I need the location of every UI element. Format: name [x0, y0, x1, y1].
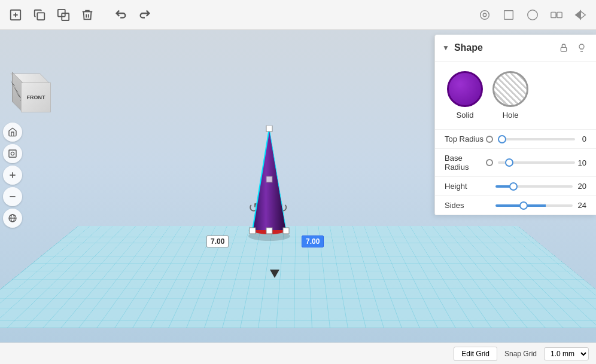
- solid-circle: [447, 71, 483, 107]
- svg-rect-35: [561, 47, 566, 51]
- svg-rect-34: [266, 176, 272, 182]
- light-button[interactable]: [474, 4, 495, 26]
- toolbar-right: [474, 4, 591, 26]
- bottom-bar: Edit Grid Snap Grid 1.0 mm 0.5 mm 2.0 mm: [0, 342, 596, 364]
- top-radius-slider[interactable]: [498, 138, 575, 140]
- view-button[interactable]: [3, 209, 22, 228]
- height-label: Height: [445, 182, 495, 191]
- dimension-label-y[interactable]: 7.00: [302, 235, 324, 247]
- 2d-shape-button[interactable]: [498, 4, 519, 26]
- nav-cube[interactable]: LEFT FRONT: [12, 71, 60, 118]
- zoom-out-button[interactable]: [3, 187, 22, 206]
- svg-rect-3: [37, 13, 44, 20]
- svg-rect-31: [250, 228, 256, 234]
- svg-point-18: [11, 152, 14, 155]
- shape-types: Solid Hole: [435, 62, 596, 130]
- height-slider[interactable]: [495, 185, 573, 188]
- home-button[interactable]: [3, 123, 22, 142]
- top-radius-slider-container: [486, 136, 575, 143]
- panel-icons: [557, 41, 589, 55]
- svg-point-7: [483, 13, 486, 17]
- cone-object[interactable]: [233, 126, 305, 247]
- base-radius-slider[interactable]: [498, 161, 575, 164]
- base-radius-row: Base Radius 10: [435, 149, 596, 177]
- snap-grid-select[interactable]: 1.0 mm 0.5 mm 2.0 mm: [544, 347, 589, 360]
- fit-button[interactable]: [3, 144, 22, 163]
- edit-grid-button[interactable]: Edit Grid: [454, 347, 497, 361]
- undo-button[interactable]: [110, 4, 132, 26]
- top-radius-row: Top Radius 0: [435, 130, 596, 149]
- svg-rect-33: [283, 228, 289, 234]
- panel-collapse-button[interactable]: ▼: [442, 44, 449, 52]
- group-button[interactable]: [546, 4, 567, 26]
- panel-bulb-button[interactable]: [574, 41, 589, 55]
- top-radius-label: Top Radius: [445, 134, 486, 143]
- duplicate-button[interactable]: [53, 4, 74, 26]
- properties-list: Top Radius 0 Base Radius 10 Height 20: [435, 130, 596, 215]
- svg-point-6: [481, 10, 489, 19]
- svg-rect-8: [504, 10, 513, 19]
- snap-grid-label: Snap Grid: [504, 350, 537, 358]
- base-radius-slider-container: [486, 159, 575, 166]
- zoom-in-button[interactable]: [3, 166, 22, 185]
- sides-label: Sides: [445, 201, 495, 210]
- sides-row: Sides 24: [435, 196, 596, 215]
- sides-slider[interactable]: [495, 204, 573, 207]
- svg-marker-16: [580, 11, 585, 19]
- base-radius-dot: [486, 159, 493, 166]
- solid-type-button[interactable]: Solid: [447, 71, 483, 120]
- toolbar: [0, 0, 596, 30]
- dimension-label-x[interactable]: 7.00: [206, 235, 229, 247]
- svg-point-10: [528, 10, 538, 20]
- top-radius-dot: [486, 136, 493, 143]
- panel-header: ▼ Shape: [435, 35, 596, 62]
- svg-rect-32: [266, 228, 272, 234]
- panel-lock-button[interactable]: [557, 41, 571, 55]
- height-row: Height 20: [435, 177, 596, 196]
- copy-button[interactable]: [29, 4, 50, 26]
- top-radius-value: 0: [575, 134, 586, 143]
- redo-button[interactable]: [134, 4, 156, 26]
- svg-rect-12: [557, 12, 562, 17]
- cube-front-face: FRONT: [21, 82, 51, 112]
- circle-button[interactable]: [522, 4, 543, 26]
- svg-rect-30: [266, 126, 272, 131]
- delete-button[interactable]: [77, 4, 98, 26]
- side-tools: [3, 123, 22, 228]
- hole-label: Hole: [503, 111, 519, 120]
- cube-front-label: FRONT: [27, 94, 45, 100]
- toolbar-left: [5, 4, 156, 26]
- svg-rect-17: [9, 150, 16, 157]
- solid-label: Solid: [457, 111, 474, 120]
- new-shape-button[interactable]: [5, 4, 26, 26]
- sides-value: 24: [573, 201, 586, 210]
- hole-circle: [492, 71, 528, 107]
- base-radius-label: Base Radius: [445, 154, 486, 172]
- height-value: 20: [573, 182, 586, 191]
- mirror-button[interactable]: [570, 4, 591, 26]
- svg-rect-11: [551, 12, 556, 17]
- height-slider-container: [495, 185, 573, 188]
- svg-marker-15: [576, 11, 580, 19]
- sides-slider-container: [495, 204, 573, 207]
- hole-type-button[interactable]: Hole: [492, 71, 528, 120]
- panel-title: Shape: [454, 42, 552, 53]
- base-radius-value: 10: [575, 158, 586, 167]
- shape-panel: ▼ Shape Solid Hole: [434, 35, 596, 215]
